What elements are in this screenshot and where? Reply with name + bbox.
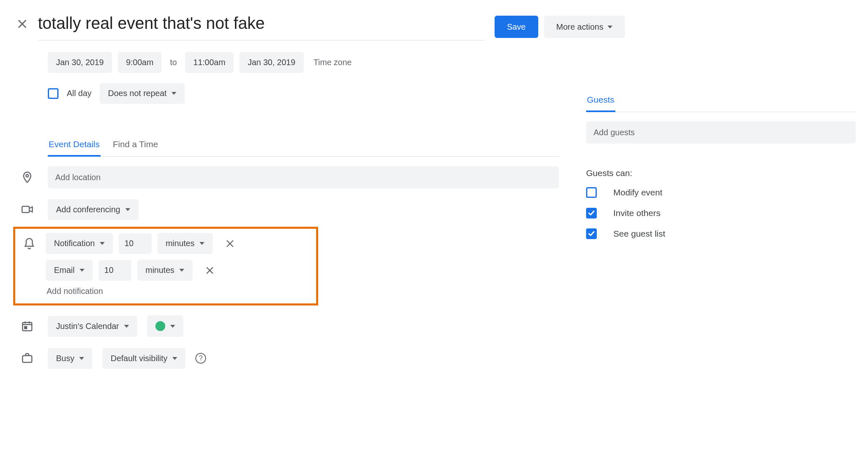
- help-icon[interactable]: ?: [195, 353, 206, 364]
- end-time-chip[interactable]: 11:00am: [185, 52, 234, 73]
- close-icon[interactable]: [16, 18, 28, 30]
- calendar-color-select[interactable]: [147, 315, 183, 337]
- chevron-down-icon: [124, 325, 129, 328]
- notification-amount-input-0[interactable]: [119, 233, 152, 254]
- repeat-label: Does not repeat: [108, 89, 167, 98]
- conferencing-label: Add conferencing: [56, 205, 120, 214]
- save-button[interactable]: Save: [495, 16, 538, 38]
- perm-see-guest-list-label: See guest list: [613, 229, 665, 239]
- remove-notification-button-0[interactable]: [225, 239, 235, 249]
- video-camera-icon: [21, 203, 33, 216]
- tab-guests[interactable]: Guests: [586, 90, 615, 112]
- availability-select[interactable]: Busy: [48, 348, 92, 369]
- visibility-label: Default visibility: [110, 354, 167, 363]
- chevron-down-icon: [100, 242, 105, 245]
- chevron-down-icon: [80, 269, 84, 272]
- start-time-chip[interactable]: 9:00am: [118, 52, 162, 73]
- color-swatch-icon: [155, 321, 165, 331]
- repeat-select[interactable]: Does not repeat: [100, 83, 185, 104]
- svg-point-0: [26, 174, 28, 177]
- add-guests-input[interactable]: [586, 121, 856, 143]
- all-day-checkbox[interactable]: [48, 88, 59, 99]
- perm-invite-others-checkbox[interactable]: [586, 208, 597, 218]
- svg-rect-3: [25, 327, 27, 329]
- notification-type-label: Notification: [54, 239, 95, 248]
- chevron-down-icon: [170, 325, 175, 328]
- location-input[interactable]: [48, 166, 559, 188]
- to-label: to: [167, 58, 179, 67]
- tab-event-details[interactable]: Event Details: [48, 134, 101, 157]
- perm-modify-event-label: Modify event: [613, 188, 662, 197]
- chevron-down-icon: [608, 26, 612, 28]
- tab-find-a-time[interactable]: Find a Time: [112, 134, 159, 157]
- conferencing-select[interactable]: Add conferencing: [48, 199, 138, 220]
- perm-see-guest-list-checkbox[interactable]: [586, 228, 597, 239]
- chevron-down-icon: [179, 269, 184, 272]
- notifications-highlight: Notification minutes: [13, 227, 318, 305]
- calendar-icon: [21, 320, 33, 332]
- bell-icon: [23, 237, 35, 250]
- all-day-label: All day: [64, 89, 94, 98]
- calendar-name-label: Justin's Calendar: [56, 322, 119, 331]
- notification-unit-label: minutes: [145, 265, 174, 275]
- notification-unit-select-0[interactable]: minutes: [157, 233, 213, 254]
- notification-unit-select-1[interactable]: minutes: [137, 260, 192, 281]
- chevron-down-icon: [199, 242, 204, 245]
- calendar-select[interactable]: Justin's Calendar: [48, 316, 137, 337]
- more-actions-button[interactable]: More actions: [544, 16, 625, 38]
- event-title-input[interactable]: [38, 8, 485, 40]
- notification-amount-input-1[interactable]: [99, 260, 131, 281]
- perm-invite-others-label: Invite others: [613, 208, 660, 218]
- timezone-link[interactable]: Time zone: [310, 58, 352, 67]
- chevron-down-icon: [125, 208, 130, 211]
- chevron-down-icon: [171, 92, 176, 95]
- end-date-chip[interactable]: Jan 30, 2019: [239, 52, 304, 73]
- notification-type-select-1[interactable]: Email: [46, 260, 93, 281]
- add-notification-button[interactable]: Add notification: [47, 287, 313, 296]
- notification-type-label: Email: [54, 265, 75, 275]
- chevron-down-icon: [79, 357, 84, 360]
- availability-label: Busy: [56, 354, 74, 363]
- briefcase-icon: [21, 352, 33, 364]
- location-pin-icon: [21, 171, 33, 183]
- visibility-select[interactable]: Default visibility: [102, 348, 185, 369]
- guest-permissions-title: Guests can:: [586, 168, 856, 178]
- notification-type-select-0[interactable]: Notification: [46, 233, 113, 254]
- svg-rect-1: [22, 207, 30, 213]
- svg-rect-4: [23, 356, 32, 362]
- start-date-chip[interactable]: Jan 30, 2019: [48, 52, 112, 73]
- perm-modify-event-checkbox[interactable]: [586, 187, 597, 198]
- remove-notification-button-1[interactable]: [205, 265, 215, 275]
- chevron-down-icon: [172, 357, 177, 360]
- more-actions-label: More actions: [556, 22, 604, 32]
- notification-unit-label: minutes: [166, 239, 195, 248]
